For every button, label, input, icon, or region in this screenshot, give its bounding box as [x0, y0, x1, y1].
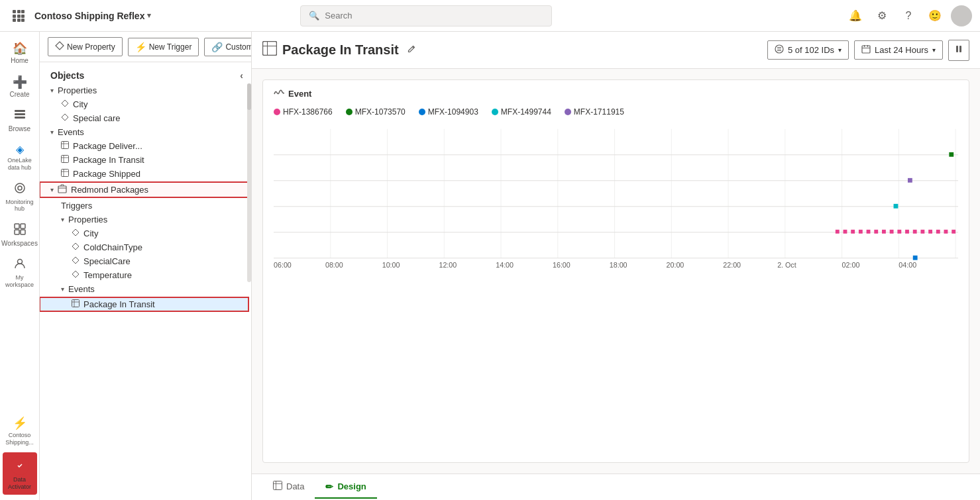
redmond-properties-section[interactable]: ▾ Properties [40, 213, 251, 226]
legend-dot-mfx4 [565, 109, 571, 115]
svg-rect-78 [952, 230, 955, 234]
help-icon[interactable]: ? [898, 5, 919, 26]
event-icon [61, 141, 69, 151]
city-property[interactable]: City [40, 97, 251, 111]
events-section[interactable]: ▾ Events [40, 125, 251, 139]
sidebar-item-data-activator[interactable]: DataActivator [3, 452, 37, 495]
sidebar-item-workspaces[interactable]: Workspaces [3, 219, 37, 251]
sidebar-item-label: Browse [9, 125, 30, 132]
specialcare-property[interactable]: SpecialCare [40, 254, 251, 268]
objects-header: Objects ‹ [40, 68, 251, 83]
svg-text:06:00: 06:00 [274, 261, 292, 269]
data-tab-label: Data [286, 481, 304, 491]
notification-icon[interactable]: 🔔 [845, 5, 866, 26]
settings-icon[interactable]: ⚙ [871, 5, 893, 26]
legend-label-mfx1: MFX-1073570 [355, 107, 406, 117]
property-icon [72, 256, 80, 266]
svg-rect-11 [15, 117, 25, 119]
city-label-2: City [83, 228, 98, 238]
tab-design[interactable]: ✏ Design [315, 476, 376, 499]
edit-title-icon[interactable] [407, 44, 416, 56]
package-in-transit-event[interactable]: Package In Transit [40, 153, 251, 167]
tab-data[interactable]: Data [262, 475, 315, 499]
new-trigger-button[interactable]: ⚡ New Trigger [128, 38, 199, 56]
sidebar-item-myworkspace[interactable]: Myworkspace [3, 254, 37, 293]
home-icon: 🏠 [13, 41, 27, 56]
legend-dot-hfx [274, 109, 280, 115]
svg-rect-73 [913, 230, 917, 234]
search-box[interactable]: 🔍 [300, 5, 552, 26]
package-deliver-event[interactable]: Package Deliver... [40, 139, 251, 153]
sidebar-tree: Objects ‹ ▾ Properties City [40, 62, 251, 500]
package-in-transit-label: Package In Transit [73, 155, 144, 165]
properties-section[interactable]: ▾ Properties [40, 83, 251, 97]
design-tab-label: Design [337, 481, 366, 491]
redmond-package-in-transit[interactable]: Package In Transit [40, 297, 248, 311]
package-deliver-label: Package Deliver... [73, 141, 142, 151]
sidebar-item-label: DataActivator [8, 476, 31, 491]
objects-title: Objects [50, 70, 84, 81]
svg-rect-42 [959, 46, 961, 52]
svg-rect-41 [956, 46, 958, 52]
svg-rect-65 [851, 230, 855, 234]
sidebar-item-label: Create [9, 91, 29, 98]
app-grid-icon[interactable] [8, 5, 29, 26]
package-shipped-event[interactable]: Package Shipped [40, 167, 251, 181]
svg-rect-8 [21, 19, 25, 22]
pause-button[interactable] [948, 40, 969, 61]
feedback-icon[interactable]: 🙂 [924, 5, 946, 26]
svg-text:12:00: 12:00 [439, 261, 457, 269]
time-filter-button[interactable]: Last 24 Hours ▾ [854, 40, 943, 60]
svg-rect-10 [15, 113, 25, 115]
svg-rect-66 [859, 230, 863, 234]
svg-text:18:00: 18:00 [610, 261, 627, 269]
sidebar-collapse-icon[interactable]: ‹ [240, 70, 243, 81]
sidebar-item-monitoring[interactable]: Monitoringhub [3, 178, 37, 217]
svg-text:02:00: 02:00 [842, 261, 860, 269]
sidebar-item-browse[interactable]: Browse [3, 105, 37, 136]
svg-rect-9 [15, 110, 25, 112]
svg-rect-62 [894, 204, 898, 209]
sidebar-item-create[interactable]: ➕ Create [3, 71, 37, 102]
ids-filter-button[interactable]: 5 of 102 IDs ▾ [767, 40, 849, 60]
user-avatar[interactable] [951, 5, 972, 26]
monitoring-icon [14, 182, 26, 197]
special-care-property[interactable]: Special care [40, 111, 251, 125]
redmond-events-section[interactable]: ▾ Events [40, 282, 251, 296]
main-title: Package In Transit [282, 42, 399, 58]
main-header: Package In Transit 5 of 102 IDs ▾ Last 2… [252, 32, 980, 69]
coldchain-property[interactable]: ColdChainType [40, 240, 251, 254]
redmond-packages-label: Redmond Packages [71, 185, 148, 195]
svg-text:04:00: 04:00 [898, 261, 916, 269]
data-activator-icon [11, 456, 29, 475]
svg-rect-63 [836, 230, 840, 234]
package-shipped-label: Package Shipped [73, 169, 140, 179]
custom-actions-button[interactable]: 🔗 Custom Actions ▾ [204, 38, 252, 56]
package-icon [58, 184, 67, 195]
ids-chevron-icon: ▾ [838, 46, 842, 54]
svg-point-12 [15, 183, 25, 193]
svg-text:2. Oct: 2. Oct [777, 261, 796, 269]
chart-title: Event [274, 88, 958, 99]
svg-point-13 [18, 186, 22, 190]
svg-text:10:00: 10:00 [382, 261, 400, 269]
sidebar-item-contoso[interactable]: ⚡ ContosoShipping... [3, 412, 37, 450]
new-property-button[interactable]: New Property [48, 37, 123, 56]
svg-rect-26 [62, 170, 69, 177]
sidebar-item-onelake[interactable]: ◈ OneLakedata hub [3, 139, 37, 175]
svg-rect-69 [882, 230, 886, 234]
temperature-property[interactable]: Temperature [40, 268, 251, 282]
time-chevron-icon: ▾ [932, 46, 936, 54]
redmond-packages-group[interactable]: ▾ Redmond Packages [40, 182, 248, 197]
redmond-city-property[interactable]: City [40, 226, 251, 240]
sidebar-item-label: ContosoShipping... [5, 432, 34, 446]
city-label: City [73, 99, 87, 109]
sidebar-item-home[interactable]: 🏠 Home [3, 37, 37, 68]
svg-text:14:00: 14:00 [496, 261, 514, 269]
svg-rect-75 [928, 230, 932, 234]
search-input[interactable] [325, 11, 543, 21]
svg-rect-76 [936, 230, 940, 234]
svg-rect-1 [17, 10, 21, 13]
triggers-item[interactable]: Triggers [40, 199, 251, 213]
app-name[interactable]: Contoso Shipping Reflex ▾ [34, 11, 151, 21]
